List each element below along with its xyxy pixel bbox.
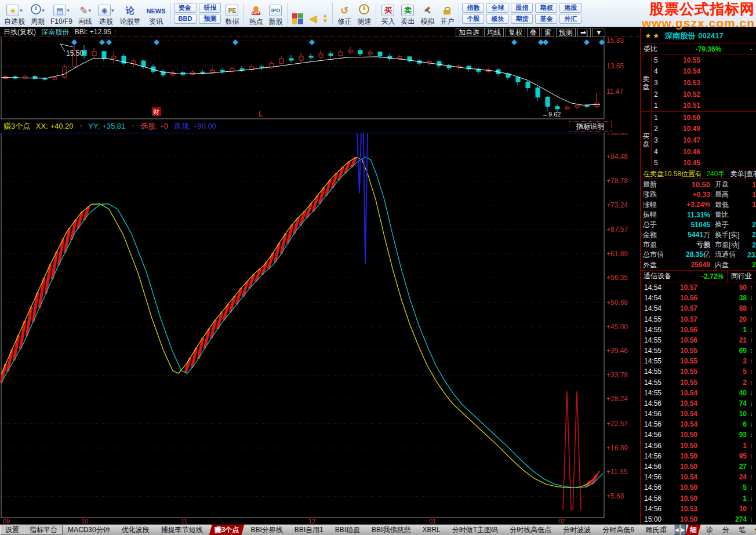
news-button[interactable]: NEWS资讯 [144,1,169,26]
buy-button[interactable]: 买买入 [378,1,398,26]
bid-row-2[interactable]: 210.49 [652,123,756,135]
hot-button[interactable]: HOT热点 [246,1,266,26]
ask-row-2[interactable]: 210.52 [652,89,756,100]
tick-row[interactable]: 14:5610.5095↑ [641,451,756,461]
tick-row[interactable]: 14:5610.501↑ [641,441,756,451]
back-button[interactable]: ◀ [306,1,319,26]
ask-row-5[interactable]: 510.55 [652,54,756,66]
options-funds-stack-1[interactable]: 基金 [535,14,557,24]
index-stock-stack-0[interactable]: 指数 [462,3,484,13]
global-sector-stack-1[interactable]: 板块 [486,14,508,24]
order-hint-row[interactable]: 在卖盘10.58位置有 240手 卖单|查看 [641,169,756,179]
indicator-tab-2[interactable]: 捕捉季节短线 [156,525,208,535]
tick-row[interactable]: 14:5510.552↑ [641,356,756,366]
indicator-tab-6[interactable]: BBI稳盈 [330,525,365,535]
ask-row-1[interactable]: 110.51 [652,100,756,111]
dropdown-caret-icon[interactable]: ▾ [20,8,23,13]
hk-forex-stack-1[interactable]: 外汇 [559,14,581,24]
dropdown-caret-icon[interactable]: ▾ [42,8,45,13]
panel-tab-细[interactable]: 细 [686,525,701,535]
open-account-button[interactable]: 开户 [437,1,457,26]
tick-row[interactable]: 14:5510.5569↓ [641,345,756,356]
revise-button[interactable]: ↺修正 [335,1,354,26]
tick-row[interactable]: 14:5510.5621↑ [641,335,756,345]
sector-name[interactable]: 通信设备 [641,271,686,281]
kline-dropdown-icon[interactable]: ▼ [593,28,605,37]
tick-row[interactable]: 14:5510.555↑ [641,366,756,377]
options-funds-stack-0[interactable]: 期权 [535,3,557,13]
order-hint-link[interactable]: 卖单|查看 [730,170,756,178]
peer-industry-link[interactable]: 同行业 [731,271,752,281]
scroll-right-icon[interactable]: ▶ [681,525,686,535]
quote-title-row[interactable]: ★★ 深南股份 002417 [641,28,756,44]
indicator-tab-3[interactable]: 赚3个点 [209,525,245,535]
kline-period-label[interactable]: 日线(复权) [3,28,36,36]
report-forecast-stack-1[interactable]: 预测 [199,14,221,24]
funds-bbd-stack-0[interactable]: 资金 [174,3,197,13]
report-forecast-stack-0[interactable]: 研报 [199,3,221,13]
simulate-button[interactable]: 模拟 [417,1,437,26]
tick-row[interactable]: 15:0010.50274↓ [641,514,756,525]
favorites-button[interactable]: ★▾自选股 [1,1,28,26]
kline-btn-4[interactable]: 窗 [541,28,554,37]
settings-button[interactable]: 设置 [0,525,24,535]
pe-data-button[interactable]: PE数据 [222,1,242,26]
kline-next-icon[interactable]: ➡| [577,28,591,37]
tick-row[interactable]: 14:5610.5093↓ [641,430,756,440]
speedtest-button[interactable]: 测速 [354,1,374,26]
kline-btn-2[interactable]: 复权 [506,28,525,37]
scroll-left-icon[interactable]: ◀ [674,525,679,535]
tick-row[interactable]: 14:5610.546↓ [641,419,756,430]
ipo-button[interactable]: IPO新股 [266,1,285,26]
indicator-tab-13[interactable]: 顾氏甫 [641,525,672,535]
indicator-platform-button[interactable]: 指标平台 [24,525,63,535]
layout-button[interactable] [289,1,306,26]
period-button[interactable]: ▾周期 [28,1,48,26]
indicator-tab-10[interactable]: 分时线高低点 [504,525,557,535]
sector-row[interactable]: 通信设备 -2.72% 同行业 [641,271,756,282]
tick-row[interactable]: 14:5410.5638↓ [641,293,756,303]
stock-pick-button[interactable]: ◉▾选股 [95,1,117,26]
global-sector-stack-0[interactable]: 全球 [486,3,508,13]
bid-row-4[interactable]: 410.46 [652,146,756,158]
indicator-tab-8[interactable]: XBRL [417,525,445,535]
updown-button[interactable]: ▲▼ [319,1,330,26]
panel-tab-笔[interactable]: 笔 [735,525,750,535]
bid-row-1[interactable]: 110.50 [652,112,756,123]
indicator-help-button[interactable]: 指标说明 [569,121,612,132]
tick-row[interactable]: 14:5610.5310↑ [641,504,756,514]
tick-row[interactable]: 14:5510.5440↓ [641,388,756,398]
index-stock-stack-1[interactable]: 个股 [462,14,484,24]
indicator-tab-12[interactable]: 分时高低6 [597,525,639,535]
kline-btn-3[interactable]: 叠 [527,28,540,37]
ask-row-3[interactable]: 310.53 [652,77,756,89]
indicator-tab-7[interactable]: BBI我佛慈悲 [366,525,416,535]
panel-tab-价[interactable]: 价 [751,525,756,535]
indicator-tab-0[interactable]: MACD30分钟 [63,525,115,535]
tick-row[interactable]: 14:5410.5788↑ [641,303,756,314]
dropdown-caret-icon[interactable]: ▾ [111,8,114,13]
panel-tab-分[interactable]: 分 [718,525,733,535]
tick-row[interactable]: 14:5610.5027↓ [641,461,756,472]
indicator-tab-4[interactable]: BBI分界线 [245,525,288,535]
dropdown-caret-icon[interactable]: ▾ [88,8,91,13]
forum-button[interactable]: 论论股堂 [117,1,144,26]
hk-forex-stack-0[interactable]: 港股 [559,3,581,13]
sell-button[interactable]: 卖卖出 [398,1,417,26]
indexfut-futures-stack-1[interactable]: 期货 [511,14,533,24]
tick-row[interactable]: 14:5510.552↑ [641,377,756,388]
tick-trade-list[interactable]: 14:5410.5750↑14:5410.5638↓14:5410.5788↑1… [641,282,756,525]
tick-row[interactable]: 14:5610.5424↑ [641,472,756,482]
ask-row-4[interactable]: 410.54 [652,66,756,78]
tick-row[interactable]: 14:5610.501↓ [641,493,756,503]
bid-row-3[interactable]: 310.47 [652,134,756,146]
kline-btn-5[interactable]: 预测 [556,28,576,37]
panel-tab-诊[interactable]: 诊 [702,525,717,535]
indicator-tab-5[interactable]: BBI自用1 [289,525,329,535]
tick-row[interactable]: 14:5610.5410↓ [641,409,756,419]
tick-row[interactable]: 14:5410.5750↑ [641,282,756,293]
bid-row-5[interactable]: 510.45 [652,157,756,169]
draw-line-button[interactable]: ✎▾画线 [75,1,95,26]
dropdown-caret-icon[interactable]: ▾ [67,8,70,13]
tick-row[interactable]: 14:5510.561↓ [641,325,756,335]
